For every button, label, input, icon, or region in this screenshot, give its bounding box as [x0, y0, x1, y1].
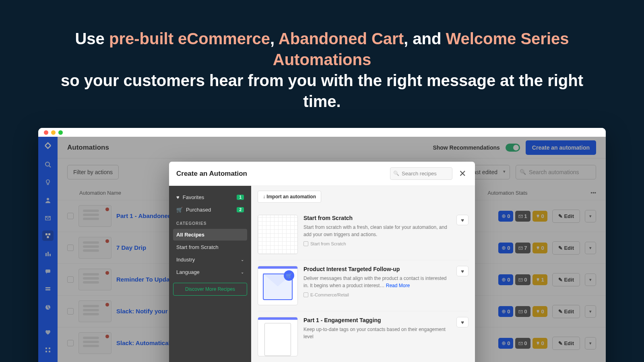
hero-subtext: so your customers hear from you with the… — [61, 72, 583, 110]
sidebar-industry[interactable]: Industry⌄ — [173, 254, 247, 265]
discover-recipes-button[interactable]: Discover More Recipes — [173, 283, 247, 296]
recipe-item[interactable]: Start from Scratch Start from scratch wi… — [258, 209, 469, 260]
chevron-down-icon: ⌄ — [241, 270, 244, 274]
modal-title: Create an Automation — [176, 170, 385, 178]
recipe-desc: Start from scratch with a fresh, clean s… — [303, 224, 451, 238]
read-more-link[interactable]: Read More — [386, 283, 410, 288]
window-chrome — [38, 128, 606, 137]
recipe-desc: Keep up-to-date tags on your contacts ba… — [303, 326, 451, 340]
favorite-button[interactable]: ♥ — [456, 215, 469, 225]
recipe-title: Product Interest Targeted Follow-up — [303, 266, 451, 272]
maximize-window-icon[interactable] — [58, 130, 63, 135]
heart-icon: ♥ — [176, 194, 180, 200]
recipe-item[interactable]: 🛒 Product Interest Targeted Follow-up De… — [258, 260, 469, 311]
minimize-window-icon[interactable] — [51, 130, 56, 135]
sidebar-scratch[interactable]: Start from Scratch — [173, 241, 247, 253]
sidebar-purchased[interactable]: 🛒 Purchased 2 — [173, 204, 247, 216]
sidebar-all-recipes[interactable]: All Recipes — [173, 229, 247, 241]
recipe-title: Part 1 - Engagement Tagging — [303, 317, 451, 323]
sidebar-favorites[interactable]: ♥ Favorites 1 — [173, 191, 247, 203]
recipe-thumbnail — [258, 317, 298, 356]
cart-icon: 🛒 — [284, 270, 294, 281]
close-window-icon[interactable] — [44, 130, 48, 135]
recipe-desc: Deliver messages that align with the pro… — [303, 275, 451, 289]
modal-overlay: Create an Automation Search recipes ✕ ♥ … — [38, 137, 606, 362]
hero-text: Use — [75, 30, 109, 47]
import-automation-button[interactable]: ↓ Import an automation — [258, 191, 321, 203]
sidebar-language[interactable]: Language⌄ — [173, 266, 247, 278]
recipe-search-input[interactable]: Search recipes — [390, 167, 452, 180]
purchased-badge: 2 — [237, 207, 244, 212]
recipe-thumbnail: 🛒 — [258, 266, 298, 305]
favorite-button[interactable]: ♥ — [456, 266, 469, 276]
recipe-tag: Start from Scratch — [303, 241, 451, 246]
recipe-tag: E-Commerce/Retail — [303, 292, 451, 297]
hero-headline: Use pre-built eCommerce, Abandoned Cart,… — [0, 0, 644, 128]
highlight-ecommerce: pre-built eCommerce — [109, 30, 270, 47]
modal-sidebar: ♥ Favorites 1 🛒 Purchased 2 CATEGORIES A… — [169, 186, 251, 362]
cart-icon: 🛒 — [176, 207, 183, 213]
recipe-item[interactable]: Part 1 - Engagement Tagging Keep up-to-d… — [258, 311, 469, 362]
favorite-button[interactable]: ♥ — [456, 317, 469, 327]
favorites-badge: 1 — [237, 195, 244, 200]
create-automation-modal: Create an Automation Search recipes ✕ ♥ … — [169, 162, 475, 362]
chevron-down-icon: ⌄ — [241, 257, 244, 262]
categories-header: CATEGORIES — [176, 221, 244, 226]
browser-window: 🧑 Automations Show Recommendations Creat… — [38, 128, 606, 362]
close-modal-button[interactable]: ✕ — [457, 169, 468, 179]
recipe-thumbnail — [258, 215, 298, 254]
highlight-abandoned: Abandoned Cart — [279, 30, 404, 47]
recipe-title: Start from Scratch — [303, 215, 451, 221]
